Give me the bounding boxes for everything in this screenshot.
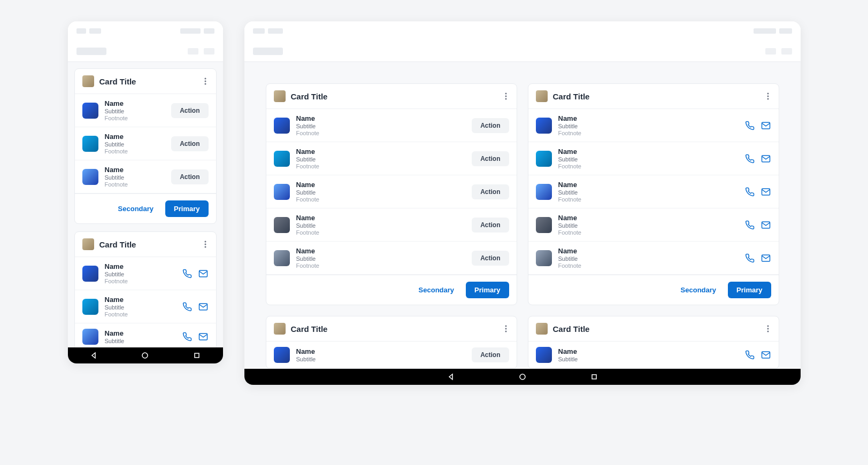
list-item[interactable]: NameSubtitleFootnote Action bbox=[75, 94, 216, 127]
list-item[interactable]: NameSubtitleFootnote bbox=[528, 175, 779, 208]
secondary-button[interactable]: Secondary bbox=[674, 282, 723, 298]
phone-icon[interactable] bbox=[744, 187, 755, 197]
item-name: Name bbox=[558, 114, 738, 122]
list-item[interactable]: NameSubtitleFootnote bbox=[528, 208, 779, 242]
list-item[interactable]: NameSubtitleFootnoteAction bbox=[266, 208, 517, 242]
action-button[interactable]: Action bbox=[171, 136, 208, 151]
action-button[interactable]: Action bbox=[171, 103, 208, 118]
list-item[interactable]: NameSubtitle bbox=[528, 342, 779, 368]
android-navbar bbox=[244, 369, 801, 385]
mail-icon[interactable] bbox=[198, 301, 209, 312]
item-avatar bbox=[82, 299, 98, 315]
phone-icon[interactable] bbox=[182, 268, 193, 279]
home-icon[interactable] bbox=[141, 352, 149, 359]
phone-icon[interactable] bbox=[182, 331, 193, 342]
primary-button[interactable]: Primary bbox=[165, 200, 208, 217]
list-item[interactable]: NameSubtitleFootnoteAction bbox=[266, 175, 517, 208]
item-avatar bbox=[82, 266, 98, 282]
list-item[interactable]: NameSubtitleFootnote bbox=[75, 257, 216, 290]
card: Card Title NameSubtitleFootnoteAction Na… bbox=[266, 83, 517, 305]
phone-icon[interactable] bbox=[744, 120, 755, 131]
item-avatar bbox=[274, 118, 290, 134]
action-button[interactable]: Action bbox=[472, 151, 509, 166]
item-subtitle: Subtitle bbox=[558, 222, 738, 229]
list-item[interactable]: NameSubtitleFootnoteAction bbox=[266, 242, 517, 275]
primary-button[interactable]: Primary bbox=[728, 282, 771, 298]
toolbar-action-placeholder[interactable] bbox=[781, 48, 792, 55]
more-icon[interactable] bbox=[765, 323, 771, 335]
mail-icon[interactable] bbox=[761, 253, 771, 264]
item-footnote: Footnote bbox=[558, 229, 738, 236]
list-item[interactable]: NameSubtitleFootnoteAction bbox=[266, 109, 517, 142]
item-avatar bbox=[274, 217, 290, 233]
list-item[interactable]: NameSubtitleFootnote bbox=[75, 290, 216, 323]
item-subtitle: Subtitle bbox=[296, 255, 466, 262]
list-item[interactable]: NameSubtitleFootnoteAction bbox=[266, 142, 517, 175]
phone-icon[interactable] bbox=[744, 153, 755, 164]
mail-icon[interactable] bbox=[761, 350, 771, 360]
secondary-button[interactable]: Secondary bbox=[112, 200, 160, 217]
list-item[interactable]: NameSubtitleFootnote Action bbox=[75, 127, 216, 160]
action-button[interactable]: Action bbox=[472, 218, 509, 232]
item-name: Name bbox=[558, 181, 738, 189]
toolbar-action-placeholder[interactable] bbox=[188, 48, 198, 55]
secondary-button[interactable]: Secondary bbox=[412, 282, 460, 298]
list-item[interactable]: NameSubtitleAction bbox=[266, 342, 517, 368]
item-subtitle: Subtitle bbox=[105, 174, 165, 181]
svg-point-26 bbox=[767, 328, 769, 330]
recent-icon[interactable] bbox=[590, 373, 598, 381]
action-button[interactable]: Action bbox=[472, 251, 509, 266]
mail-icon[interactable] bbox=[761, 153, 771, 164]
card-footer: SecondaryPrimary bbox=[266, 275, 517, 305]
item-footnote: Footnote bbox=[558, 163, 738, 169]
item-subtitle: Subtitle bbox=[558, 156, 738, 162]
card-header: Card Title bbox=[75, 69, 216, 94]
toolbar-action-placeholder[interactable] bbox=[765, 48, 776, 55]
more-icon[interactable] bbox=[765, 90, 771, 102]
item-subtitle: Subtitle bbox=[558, 123, 738, 129]
primary-button[interactable]: Primary bbox=[466, 282, 509, 298]
list-item[interactable]: NameSubtitleFootnote bbox=[528, 242, 779, 275]
item-name: Name bbox=[558, 247, 738, 255]
action-button[interactable]: Action bbox=[472, 347, 509, 362]
list-item[interactable]: NameSubtitleFootnote Action bbox=[75, 160, 216, 193]
card: Card Title NameSubtitleFootnote NameSubt… bbox=[528, 83, 779, 305]
phone-icon[interactable] bbox=[744, 350, 755, 360]
phone-icon[interactable] bbox=[744, 220, 755, 230]
list-item[interactable]: NameSubtitleFootnote bbox=[528, 142, 779, 175]
toolbar-action-placeholder[interactable] bbox=[204, 48, 214, 55]
phone-mockup: Card Title NameSubtitleFootnote Action N… bbox=[68, 21, 223, 363]
svg-point-1 bbox=[204, 81, 206, 82]
svg-point-23 bbox=[505, 328, 506, 330]
more-icon[interactable] bbox=[503, 323, 509, 335]
list-item[interactable]: NameSubtitleFootnote bbox=[528, 109, 779, 142]
mail-icon[interactable] bbox=[761, 187, 771, 197]
mail-icon[interactable] bbox=[198, 331, 209, 342]
recent-icon[interactable] bbox=[193, 352, 201, 359]
more-icon[interactable] bbox=[202, 75, 209, 87]
mail-icon[interactable] bbox=[761, 220, 771, 230]
svg-point-11 bbox=[505, 93, 506, 95]
svg-point-12 bbox=[505, 96, 506, 97]
card-header: Card Title bbox=[266, 316, 517, 342]
toolbar bbox=[68, 41, 223, 62]
item-footnote: Footnote bbox=[105, 148, 165, 154]
svg-point-13 bbox=[505, 98, 506, 100]
more-icon[interactable] bbox=[202, 238, 209, 250]
back-icon[interactable] bbox=[90, 352, 97, 359]
home-icon[interactable] bbox=[519, 373, 526, 381]
phone-icon[interactable] bbox=[182, 301, 193, 312]
action-button[interactable]: Action bbox=[472, 118, 509, 133]
more-icon[interactable] bbox=[503, 90, 509, 102]
action-button[interactable]: Action bbox=[171, 169, 208, 184]
back-icon[interactable] bbox=[447, 373, 455, 381]
mail-icon[interactable] bbox=[761, 120, 771, 131]
content-area: Card Title NameSubtitleFootnote Action N… bbox=[68, 62, 223, 347]
action-button[interactable]: Action bbox=[472, 184, 509, 199]
card-header: Card Title bbox=[528, 84, 779, 109]
tablet-mockup: Card Title NameSubtitleFootnoteAction Na… bbox=[244, 21, 801, 385]
mail-icon[interactable] bbox=[198, 268, 209, 279]
phone-icon[interactable] bbox=[744, 253, 755, 264]
svg-point-14 bbox=[767, 93, 769, 95]
list-item[interactable]: NameSubtitle bbox=[75, 323, 216, 347]
